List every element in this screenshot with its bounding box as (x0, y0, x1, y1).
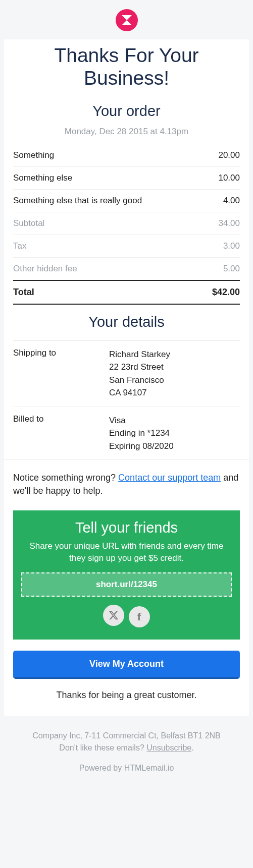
share-body: Share your unique URL with friends and e… (21, 540, 232, 572)
page-title: Thanks For Your Business! (4, 43, 249, 94)
fee-row: Other hidden fee 5.00 (13, 257, 240, 280)
support-notice: Notice something wrong? Contact our supp… (4, 459, 249, 497)
tax-row: Tax 3.00 (13, 235, 240, 257)
company-address: Company Inc, 7-11 Commercial Ct, Belfast… (9, 730, 244, 742)
unsubscribe-link[interactable]: Unsubscribe (146, 743, 191, 752)
item-price: 20.00 (218, 150, 240, 160)
order-heading: Your order (4, 94, 249, 123)
view-account-button[interactable]: View My Account (13, 651, 240, 679)
billed-label: Billed to (13, 414, 109, 453)
item-price: 10.00 (218, 173, 240, 183)
billed-card: Visa Ending in *1234 Expiring 08/2020 (109, 414, 174, 453)
shipping-label: Shipping to (13, 348, 109, 399)
share-x-button[interactable] (103, 605, 124, 626)
email-footer: Company Inc, 7-11 Commercial Ct, Belfast… (0, 716, 253, 788)
item-label: Something else that is really good (13, 196, 142, 206)
billed-row: Billed to Visa Ending in *1234 Expiring … (13, 407, 240, 460)
closing-text: Thanks for being a great customer. (4, 679, 249, 701)
order-date: Monday, Dec 28 2015 at 4.13pm (4, 123, 249, 144)
share-heading: Tell your friends (21, 519, 232, 540)
item-label: Something else (13, 173, 72, 183)
hourglass-icon (116, 9, 138, 31)
subtotal-row: Subtotal 34.00 (13, 212, 240, 235)
line-item: Something 20.00 (13, 144, 240, 166)
brand-logo (116, 9, 138, 31)
facebook-icon: f (137, 610, 141, 623)
total-row: Total $42.00 (13, 280, 240, 305)
fee-label: Other hidden fee (13, 264, 77, 274)
item-label: Something (13, 150, 54, 160)
fee-label: Subtotal (13, 218, 44, 228)
share-url[interactable]: short.url/12345 (21, 572, 232, 597)
line-item: Something else 10.00 (13, 166, 240, 189)
total-price: $42.00 (212, 287, 240, 298)
email-card: Thanks For Your Business! Your order Mon… (4, 39, 249, 716)
details-heading: Your details (4, 305, 249, 333)
contact-support-link[interactable]: Contact our support team (118, 473, 221, 483)
shipping-address: Richard Starkey 22 23rd Street San Franc… (109, 348, 170, 399)
powered-by: Powered by HTMLemail.io (9, 754, 244, 774)
total-label: Total (13, 287, 34, 298)
share-facebook-button[interactable]: f (129, 606, 150, 627)
item-price: 4.00 (223, 196, 240, 206)
x-icon (109, 610, 119, 620)
fee-price: 34.00 (218, 218, 240, 228)
fee-label: Tax (13, 241, 26, 251)
fee-price: 3.00 (223, 241, 240, 251)
fee-price: 5.00 (223, 264, 240, 274)
share-panel: Tell your friends Share your unique URL … (13, 510, 240, 640)
shipping-row: Shipping to Richard Starkey 22 23rd Stre… (13, 340, 240, 407)
line-item: Something else that is really good 4.00 (13, 189, 240, 212)
